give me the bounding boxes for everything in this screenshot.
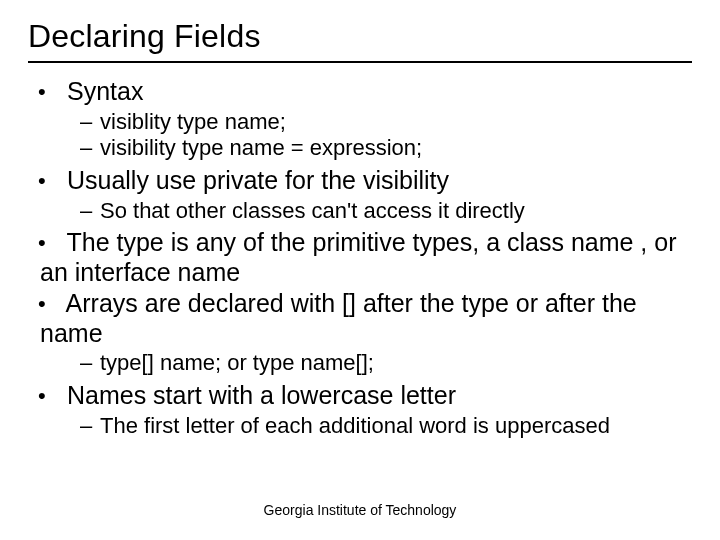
sub-list: visiblity type name; visibility type nam… [40, 109, 692, 163]
sub-item: visibility type name = expression; [84, 135, 692, 162]
bullet-text: Arrays are declared with [] after the ty… [40, 289, 637, 347]
list-item: The type is any of the primitive types, … [40, 228, 692, 287]
list-item: Arrays are declared with [] after the ty… [40, 289, 692, 377]
bullet-text: Names start with a lowercase letter [67, 381, 456, 409]
sub-text: The first letter of each additional word… [100, 413, 610, 438]
bullet-text: Usually use private for the visibility [67, 166, 449, 194]
sub-item: The first letter of each additional word… [84, 413, 692, 440]
bullet-text: Syntax [67, 77, 143, 105]
sub-item: So that other classes can't access it di… [84, 198, 692, 225]
list-item: Usually use private for the visibility S… [40, 166, 692, 224]
bullet-text: The type is any of the primitive types, … [40, 228, 677, 286]
sub-text: visibility type name = expression; [100, 135, 422, 160]
sub-list: type[] name; or type name[]; [40, 350, 692, 377]
bullet-list: Syntax visiblity type name; visibility t… [28, 77, 692, 440]
sub-text: type[] name; or type name[]; [100, 350, 374, 375]
sub-list: The first letter of each additional word… [40, 413, 692, 440]
sub-item: type[] name; or type name[]; [84, 350, 692, 377]
sub-item: visiblity type name; [84, 109, 692, 136]
sub-text: visiblity type name; [100, 109, 286, 134]
sub-text: So that other classes can't access it di… [100, 198, 525, 223]
slide-title: Declaring Fields [28, 18, 692, 63]
slide-footer: Georgia Institute of Technology [0, 502, 720, 518]
list-item: Names start with a lowercase letter The … [40, 381, 692, 439]
list-item: Syntax visiblity type name; visibility t… [40, 77, 692, 162]
sub-list: So that other classes can't access it di… [40, 198, 692, 225]
